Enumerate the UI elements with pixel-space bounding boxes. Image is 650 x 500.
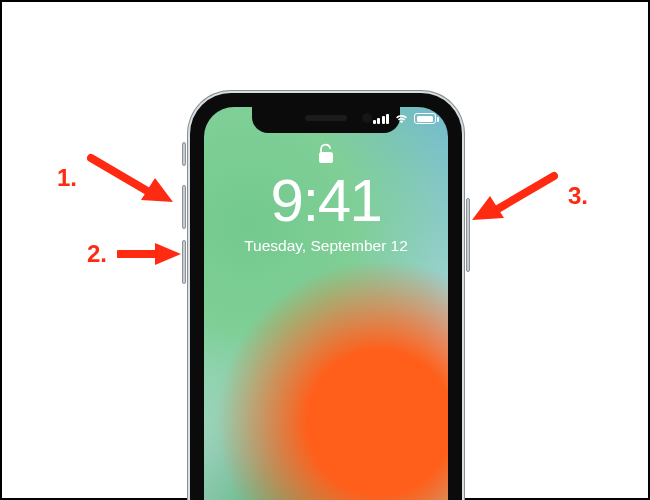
side-button[interactable] [466,198,470,272]
lockscreen-time: 9:41 [271,171,382,231]
callout-2-label: 2. [87,240,107,268]
lock-screen-content: 9:41 Tuesday, September 12 [204,143,448,255]
callout-3-label: 3. [568,182,588,210]
svg-marker-4 [155,243,181,265]
volume-down-button[interactable] [182,240,186,284]
diagram-frame: 9:41 Tuesday, September 12 1. 2. 3. [0,0,650,500]
arrow-icon [472,170,558,222]
lockscreen-date: Tuesday, September 12 [244,237,408,255]
status-bar [373,113,437,124]
lock-screen[interactable]: 9:41 Tuesday, September 12 [204,107,448,500]
phone-body: 9:41 Tuesday, September 12 [187,90,465,500]
svg-line-5 [496,176,554,210]
callout-2: 2. [87,240,181,268]
callout-1: 1. [57,152,173,204]
phone-bezel: 9:41 Tuesday, September 12 [190,93,462,500]
mute-switch[interactable] [182,142,186,166]
callout-3: 3. [472,170,588,222]
arrow-icon [117,243,181,265]
unlock-icon [317,143,335,165]
svg-line-1 [91,158,149,192]
arrow-icon [87,152,173,204]
battery-icon [414,113,436,124]
callout-1-label: 1. [57,164,77,192]
wifi-icon [394,113,409,124]
svg-rect-0 [319,152,333,163]
cellular-signal-icon [373,114,390,124]
volume-up-button[interactable] [182,185,186,229]
